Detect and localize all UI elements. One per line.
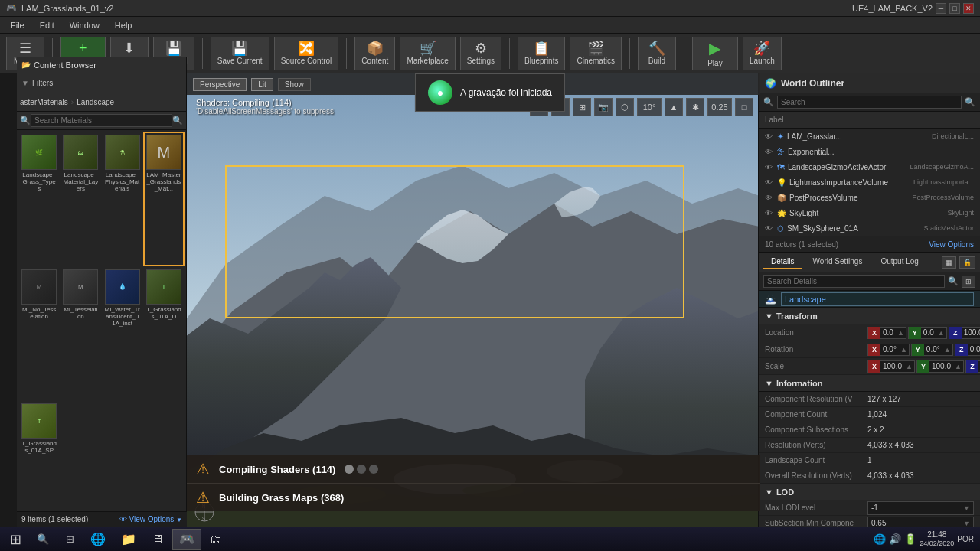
asset-texture-d[interactable]: T T_Grasslands_01A_D — [145, 268, 183, 399]
start-button[interactable]: ⊞ — [3, 529, 28, 550]
outliner-row-skysphere[interactable]: 👁 ⬡ SM_SkySphere_01A StaticMeshActor — [759, 220, 980, 236]
outliner-row-lam[interactable]: 👁 ☀ LAM_Grasslar... DirectionalL... — [759, 129, 980, 144]
details-grid-btn[interactable]: ⊞ — [962, 276, 975, 288]
scale-y-field[interactable]: Y 100.0 ▲ — [916, 360, 964, 373]
actor-name-field[interactable] — [781, 292, 974, 306]
location-x-arrow[interactable]: ▲ — [896, 329, 906, 337]
selection-status-bar: 9 items (1 selected) 👁 View Options ▼ — [17, 511, 187, 527]
taskbar-terminal[interactable]: 🖥 — [145, 529, 171, 550]
location-y-field[interactable]: Y 0.0 ▲ — [908, 327, 947, 339]
view-options-btn[interactable]: View Options — [929, 240, 974, 249]
outliner-row-lightmass[interactable]: 👁 💡 LightmassImportanceVolume LightmassI… — [759, 174, 980, 190]
minimize-button[interactable]: ─ — [936, 3, 946, 14]
taskbar-search[interactable]: 🔍 — [30, 529, 56, 550]
source-control-button[interactable]: 🔀 Source Control — [274, 37, 339, 70]
asset-landscape-physics[interactable]: ⚗ Landscape_Physics_Materials — [103, 133, 142, 265]
taskbar-taskview[interactable]: ⊞ — [57, 529, 82, 550]
max-lod-field[interactable]: -1 ▼ — [867, 501, 974, 515]
lod-section-header[interactable]: ▼ LOD — [759, 484, 980, 500]
asset-mi-no-tess[interactable]: M MI_No_Tesselation — [20, 268, 58, 399]
build-button[interactable]: 🔨 Build — [638, 37, 676, 70]
cb-search-input[interactable] — [31, 114, 172, 127]
vp-grid-icon[interactable]: ⊞ — [573, 98, 591, 116]
location-x-field[interactable]: X 0.0 ▲ — [867, 327, 906, 339]
location-y-arrow[interactable]: ▲ — [936, 329, 946, 337]
scale-x-field[interactable]: X 100.0 ▲ — [867, 360, 915, 373]
marketplace-button[interactable]: 🛒 Marketplace — [400, 37, 455, 70]
scale-y-arrow[interactable]: ▲ — [953, 363, 963, 370]
menu-file[interactable]: File — [5, 19, 31, 31]
asset-mi-tess[interactable]: M MI_Tesselation — [61, 268, 100, 399]
vp-light-icon[interactable]: ▲ — [665, 98, 683, 116]
outliner-row-gizmo[interactable]: 👁 🗺 LandscapeGizmoActiveActor LandscapeG… — [759, 159, 980, 174]
maximize-button[interactable]: □ — [949, 3, 960, 14]
outliner-row-postprocess[interactable]: 👁 📦 PostProcessVolume PostProcessVolume — [759, 190, 980, 205]
world-settings-tab[interactable]: World Settings — [805, 255, 871, 269]
cb-search-bar[interactable]: 🔍 🔍 — [17, 112, 186, 130]
menu-edit[interactable]: Edit — [34, 19, 60, 31]
vp-camera-icon[interactable]: 📷 — [594, 98, 612, 116]
taskbar-browser[interactable]: 🌐 — [83, 529, 113, 550]
rotation-y-arrow[interactable]: ▲ — [942, 346, 952, 354]
location-y-val: 0.0 — [921, 328, 936, 337]
network-icon[interactable]: 🌐 — [874, 533, 886, 545]
launch-button[interactable]: 🚀 Launch — [743, 37, 782, 70]
details-search-input[interactable] — [763, 275, 945, 288]
menu-window[interactable]: Window — [64, 19, 106, 31]
cb-search-btn[interactable]: 🔍 — [172, 116, 183, 126]
cinematics-button[interactable]: 🎬 Cinematics — [570, 37, 621, 70]
outliner-search-bar[interactable]: 🔍 🔍 — [759, 93, 980, 112]
view-options-btn[interactable]: 👁 View Options ▼ — [119, 515, 182, 523]
asset-landscape-material[interactable]: 🗂 Landscape_Material_Layers — [61, 133, 100, 265]
volume-icon[interactable]: 🔊 — [889, 533, 901, 545]
outliner-search-submit[interactable]: 🔍 — [965, 97, 975, 107]
battery-icon[interactable]: 🔋 — [904, 533, 916, 545]
max-lod-arrow[interactable]: ▼ — [963, 504, 970, 512]
transform-section-header[interactable]: ▼ Transform — [759, 308, 980, 324]
taskbar-ue4[interactable]: 🎮 — [172, 529, 201, 550]
vp-speed-btn[interactable]: 0.25 — [707, 98, 732, 116]
language-indicator[interactable]: POR — [957, 535, 974, 543]
show-btn[interactable]: Show — [278, 78, 311, 91]
content-button[interactable]: 📦 Content — [354, 37, 395, 70]
vp-perspective-icon[interactable]: ⬡ — [616, 98, 634, 116]
asset-water[interactable]: 💧 MI_Water_Translucent_01A_inst — [103, 268, 142, 399]
menu-help[interactable]: Help — [109, 19, 139, 31]
clock[interactable]: 21:48 24/02/2020 — [920, 530, 954, 548]
rotation-row: Rotation X 0.0° ▲ Y 0.0° ▲ Z 0.0° ▲ — [759, 341, 980, 358]
subsec-min-arrow[interactable]: ▼ — [963, 520, 970, 527]
details-lock-btn[interactable]: 🔒 — [959, 256, 975, 269]
save-current-button[interactable]: 💾 Save Current — [211, 37, 270, 70]
rotation-x-field[interactable]: X 0.0° ▲ — [867, 344, 910, 356]
outliner-row-exp[interactable]: 👁 🌫 Exponential... — [759, 144, 980, 159]
vp-snap-icon[interactable]: ✱ — [686, 98, 704, 116]
lit-btn[interactable]: Lit — [251, 78, 273, 91]
outliner-search-input[interactable] — [777, 96, 962, 109]
rotation-z-field[interactable]: Z 0.0° ▲ — [955, 344, 980, 356]
vp-fullscreen-icon[interactable]: □ — [735, 98, 753, 116]
details-filter-btn[interactable]: ▦ — [942, 256, 956, 269]
rotation-x-arrow[interactable]: ▲ — [899, 346, 909, 354]
output-log-tab[interactable]: Output Log — [873, 255, 926, 269]
taskbar-files[interactable]: 📁 — [114, 529, 143, 550]
asset-lam-master[interactable]: M LAM_Master_Grasslands_Mat... — [145, 133, 183, 265]
dot-2 — [357, 465, 366, 474]
information-section-header[interactable]: ▼ Information — [759, 375, 980, 392]
close-button[interactable]: ✕ — [963, 3, 974, 14]
scale-z-field[interactable]: Z 400.0 ▲ — [965, 360, 980, 373]
location-z-field[interactable]: Z 100.0 ▲ — [949, 327, 980, 339]
asset-texture-sp[interactable]: T T_Grasslands_01A_SP — [20, 402, 58, 527]
asset-landscape-grass[interactable]: 🌿 Landscape_Grass_Types — [20, 133, 58, 265]
cb-filters[interactable]: ▼ Filters — [21, 79, 53, 87]
scale-x-arrow[interactable]: ▲ — [904, 363, 914, 370]
settings-button[interactable]: ⚙ Settings — [460, 37, 501, 70]
details-tab[interactable]: Details — [763, 255, 802, 269]
play-button[interactable]: ▶ Play — [692, 37, 738, 70]
taskbar-explorer[interactable]: 🗂 — [203, 529, 229, 550]
rotation-y-field[interactable]: Y 0.0° ▲ — [911, 344, 953, 356]
perspective-btn[interactable]: Perspective — [193, 78, 247, 91]
details-search-bar[interactable]: 🔍 ⊞ — [759, 272, 980, 291]
outliner-row-skylight[interactable]: 👁 🌟 SkyLight SkyLight — [759, 205, 980, 220]
blueprints-button[interactable]: 📋 Blueprints — [518, 37, 565, 70]
vp-resolution-btn[interactable]: 10° — [637, 98, 662, 116]
